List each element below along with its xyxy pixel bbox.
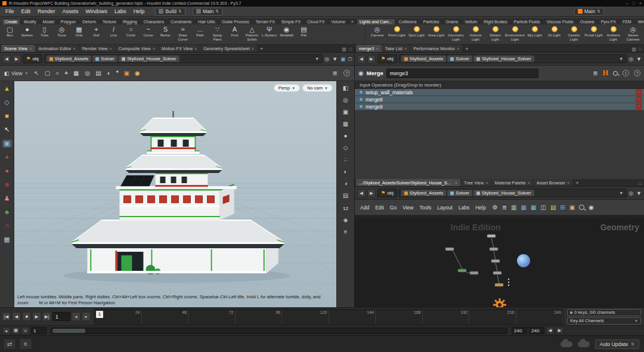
display-panel-icon[interactable]: ▤ — [343, 192, 348, 199]
timeline-tick[interactable]: 96 — [236, 310, 283, 324]
gear-icon[interactable]: ≣ — [593, 70, 597, 76]
shelf-tool[interactable]: ▯Tube — [36, 25, 53, 44]
pane-maximize-icon[interactable]: □ — [639, 47, 642, 52]
range-slider-handle[interactable] — [52, 329, 85, 333]
shelf-tab[interactable]: Terrain FX — [253, 18, 278, 24]
minimize-button[interactable]: – — [626, 1, 628, 5]
menu-item[interactable]: Add — [357, 205, 372, 211]
wrench-icon[interactable]: ⚙ — [493, 204, 498, 211]
close-tab-icon[interactable]: × — [110, 47, 112, 51]
lasso-select-icon[interactable]: ○ — [55, 70, 59, 76]
timeline-tick[interactable]: 192 — [423, 310, 470, 324]
auto-update-selector[interactable]: Auto Update ⇅ — [595, 339, 639, 349]
display-options-gear-icon[interactable]: ◉ — [135, 70, 140, 76]
frame-view-icon[interactable]: ▤ — [95, 70, 101, 76]
close-button[interactable]: × — [639, 1, 642, 5]
shelf-tool[interactable]: Caustic Light — [564, 25, 584, 44]
playhead[interactable]: 1 — [96, 311, 103, 318]
subdivision-icon[interactable]: ◈ — [343, 217, 348, 223]
back-button[interactable]: ◀ — [357, 189, 366, 197]
pane-tab[interactable]: merge3× — [356, 45, 382, 52]
shelf-tool[interactable]: Distant Light — [485, 25, 505, 44]
pin-icon[interactable]: ▼ — [332, 56, 338, 62]
remove-input-button[interactable] — [636, 97, 642, 102]
menu-item[interactable]: Labs — [456, 205, 472, 211]
path-root[interactable]: ⚑ obj — [377, 189, 397, 197]
add-pane-tab-button[interactable]: + — [463, 46, 470, 52]
shelf-tool[interactable]: ≈Draw Curve — [174, 25, 191, 44]
global-range-end-input[interactable]: 240 — [529, 327, 544, 334]
menu-item[interactable]: Edit — [18, 8, 35, 14]
perspective-button[interactable]: Persp ▼ — [274, 84, 301, 92]
pane-split-icon[interactable]: ▥ — [342, 47, 347, 52]
shelf-tool[interactable]: SBezier — [157, 25, 174, 44]
shelf-tab[interactable]: Model — [40, 18, 57, 24]
material-preview-icon[interactable]: ◐ — [343, 168, 347, 175]
forward-button[interactable]: ▶ — [367, 55, 376, 63]
jump-to-node-icon[interactable]: ◎ — [628, 56, 633, 62]
shelf-tab[interactable]: Cloud FX — [304, 18, 327, 24]
input-operator-row[interactable]: merge8 — [355, 96, 644, 103]
input-operator-row[interactable]: merge9 — [355, 103, 644, 110]
shelf-tab[interactable]: FEM — [620, 18, 634, 24]
timeline-tick[interactable]: 216 — [469, 310, 516, 324]
shelfset-selector[interactable]: Main ⇅ — [193, 8, 222, 16]
menu-item[interactable]: Tools — [416, 205, 434, 211]
grid-snap-icon[interactable]: ▦ — [2, 236, 12, 243]
select-tool-icon[interactable]: ↖ — [2, 126, 12, 134]
shelf-tab[interactable]: Rigging — [120, 18, 140, 24]
path-root[interactable]: ⚑ obj — [23, 54, 42, 63]
play-reverse-button[interactable]: ◀ — [12, 312, 21, 321]
jump-to-start-button[interactable]: |◀ — [2, 312, 11, 321]
pane-tab[interactable]: Tree View× — [461, 179, 491, 186]
menu-item[interactable]: View — [400, 205, 416, 211]
pane-tab[interactable]: Render View× — [79, 45, 115, 52]
shading-mode-icon[interactable]: ◐ — [107, 70, 111, 76]
visibility-icon[interactable]: ◉ — [589, 204, 594, 211]
foliage-tool-icon[interactable]: ♣ — [2, 208, 12, 216]
timeline-tick[interactable]: 120 — [282, 310, 329, 324]
back-button[interactable]: ◀ — [2, 55, 11, 63]
add-pane-tab-button[interactable]: + — [573, 180, 581, 186]
shelf-tab[interactable]: Particle Fluids — [511, 18, 543, 24]
shelf-tool[interactable]: Environment Light — [505, 25, 525, 44]
shelf-tool[interactable]: Volume Light — [466, 25, 485, 44]
viewport-3d-canvas[interactable]: Persp ▼ No cam ▼ Left mouse tumbles. Mid… — [14, 81, 336, 307]
color-grid-icon[interactable]: ▦ — [521, 204, 527, 211]
pane-tab[interactable]: .../Stylized_Assets/Solver/Stylized_Hous… — [356, 179, 460, 186]
pane-tab[interactable]: Take List× — [382, 45, 410, 52]
shelf-tool[interactable]: AFont — [226, 25, 243, 44]
breadcrumb-chip[interactable]: Stylized_House_Solver — [473, 190, 534, 196]
background-image-icon[interactable]: ▣ — [569, 204, 575, 211]
shelf-tab[interactable]: Oceans — [577, 18, 597, 24]
box-select-icon[interactable]: ▢ — [45, 70, 50, 76]
reference-grid-icon[interactable]: ▦ — [343, 121, 348, 127]
shelf-tool[interactable]: ◉Metaball — [278, 25, 295, 44]
menu-item[interactable]: Go — [387, 205, 400, 211]
dopesheet-icon[interactable]: ▦ — [12, 327, 20, 334]
menu-item[interactable]: Help — [472, 205, 488, 211]
close-tab-icon[interactable]: × — [376, 47, 378, 51]
timeline-tick[interactable]: 72 — [188, 310, 236, 324]
shelf-tool[interactable]: Area Light — [426, 25, 446, 44]
menu-item[interactable]: Labs — [111, 8, 130, 14]
remove-input-button[interactable] — [636, 104, 642, 109]
shelf-tab[interactable]: Lights and Cam... — [357, 18, 395, 24]
pose-tool-icon[interactable]: ♟ — [2, 194, 12, 202]
back-button[interactable]: ◀ — [357, 55, 366, 63]
timeline-tick[interactable]: 48 — [142, 310, 189, 324]
desktop-selector[interactable]: Build ⇅ — [155, 8, 185, 16]
shelf-tool[interactable]: Sky Light — [525, 25, 544, 44]
breadcrumb-chip[interactable]: Stylized_Assets — [401, 190, 446, 196]
key-all-channels-button[interactable]: Key All Channels ▼ — [567, 317, 641, 325]
close-tab-icon[interactable]: × — [528, 181, 530, 185]
pane-tab[interactable]: Performance Monitor× — [410, 45, 462, 52]
snap-options-icon[interactable]: ▦ — [73, 70, 79, 76]
points-toggle-icon[interactable]: ∴ — [343, 156, 347, 163]
close-tab-icon[interactable]: × — [73, 47, 76, 51]
shelf-tab[interactable]: Particles — [420, 18, 442, 24]
houdini-help-icon[interactable]: H — [603, 69, 608, 78]
shelf-tab[interactable]: Vellum — [462, 18, 480, 24]
forward-button[interactable]: ▶ — [367, 189, 376, 197]
range-start-input[interactable]: 1 — [31, 327, 47, 334]
